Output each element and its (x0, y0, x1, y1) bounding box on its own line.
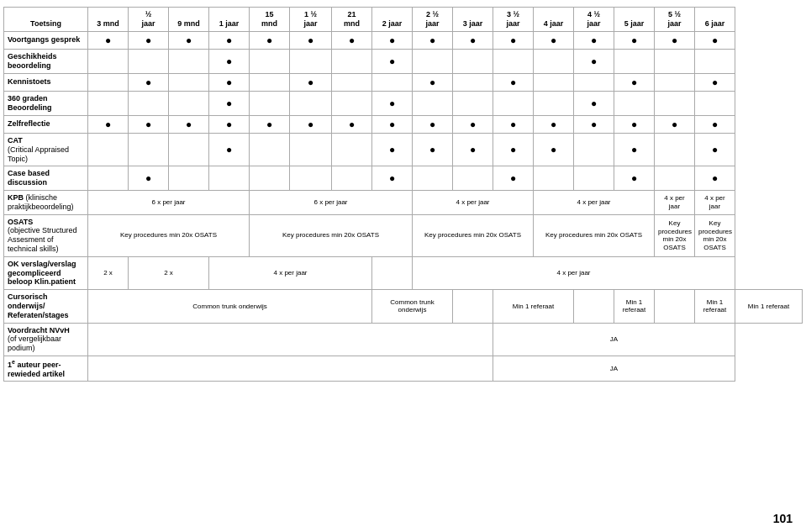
cell (129, 115, 169, 133)
dot-indicator (145, 175, 151, 183)
table-row: Voortgangs gesprek (4, 31, 803, 49)
row-label: Case baseddiscussion (4, 166, 88, 191)
dot-indicator (226, 79, 232, 87)
cell (88, 166, 129, 191)
cell (290, 73, 332, 91)
cell (332, 115, 372, 133)
col-header-9mnd: 9 mnd (169, 8, 209, 32)
cell (655, 166, 695, 191)
cell (655, 73, 695, 91)
table-row: Case baseddiscussion (4, 166, 803, 191)
cell (614, 115, 655, 133)
dot-indicator (266, 121, 272, 129)
cell (209, 49, 250, 73)
cell (453, 133, 493, 166)
dot-indicator (389, 37, 395, 45)
cell (372, 115, 413, 133)
cell (614, 49, 655, 73)
cell (169, 91, 209, 115)
dot-indicator (631, 175, 637, 183)
cell (413, 91, 453, 115)
cell (534, 73, 574, 91)
cell (88, 91, 129, 115)
cell (413, 31, 453, 49)
dot-indicator (429, 146, 435, 155)
cell (695, 115, 735, 133)
cell (574, 73, 614, 91)
cell (534, 115, 574, 133)
cell (493, 31, 534, 49)
table-row: Geschikheidsbeoordeling (4, 49, 803, 73)
col-header-3jaar: 3 jaar (453, 8, 493, 32)
dot-indicator (429, 37, 435, 45)
merged-cell: Key procedures min 20x OSATS (250, 214, 413, 256)
cell (372, 166, 413, 191)
dot-indicator (510, 79, 516, 87)
row-label: 1e auteur peer-rewieded artikel (4, 356, 88, 382)
cell (534, 31, 574, 49)
col-header-6jaar: 6 jaar (695, 8, 735, 32)
cell (332, 166, 372, 191)
row-label: Voordracht NVvH(of vergelijkbaar podium) (4, 323, 88, 356)
dot-indicator (712, 37, 718, 45)
col-header-2half-jaar: 2 ½jaar (413, 8, 453, 32)
col-header-5jaar: 5 jaar (614, 8, 655, 32)
dot-indicator (631, 121, 637, 129)
dot-indicator (470, 146, 476, 155)
dot-indicator (510, 37, 516, 45)
dot-indicator (672, 121, 677, 129)
cell (250, 166, 290, 191)
col-header-5half-jaar: 5 ½jaar (655, 8, 695, 32)
col-header-3mnd: 3 mnd (88, 8, 129, 32)
col-header-21mnd: 21mnd (332, 8, 372, 32)
cell (209, 31, 250, 49)
row-label: OSATS(objective StructuredAssesment of t… (4, 214, 88, 256)
dot-indicator (470, 121, 476, 129)
cell (129, 91, 169, 115)
cell (88, 73, 129, 91)
dot-indicator (389, 175, 395, 183)
cell (332, 91, 372, 115)
cell (493, 91, 534, 115)
cell (169, 133, 209, 166)
col-header-3half-jaar: 3 ½jaar (493, 8, 534, 32)
cell (250, 73, 290, 91)
cell (290, 133, 332, 166)
merged-cell: 6 x per jaar (88, 190, 250, 214)
merged-cell: Key procedures min 20x OSATS (413, 214, 534, 256)
dot-indicator (308, 37, 313, 45)
cell (453, 31, 493, 49)
cell (332, 31, 372, 49)
merged-cell: Key procedures min 20x OSATS (695, 214, 735, 256)
cell (290, 115, 332, 133)
cell (290, 31, 332, 49)
cell (614, 166, 655, 191)
dot-indicator (226, 146, 232, 155)
cell (614, 73, 655, 91)
table-row: 360 gradenBeoordeling (4, 91, 803, 115)
cell (574, 166, 614, 191)
cell (453, 49, 493, 73)
cell (372, 49, 413, 73)
cell (695, 133, 735, 166)
cell (574, 91, 614, 115)
dot-indicator (631, 37, 637, 45)
merged-cell: Min 1 referaat (695, 290, 735, 323)
cell (695, 91, 735, 115)
dot-indicator (389, 100, 395, 108)
row-label: KPB (klinische praktijkbeoordeling) (4, 190, 88, 214)
cell (695, 73, 735, 91)
dot-indicator (712, 175, 718, 183)
merged-cell: Common trunk onderwijs (372, 290, 453, 323)
cell (574, 133, 614, 166)
table-row: OK verslag/verslag gecompliceerd beloop … (4, 256, 803, 289)
cell (655, 133, 695, 166)
dot-indicator (470, 37, 476, 45)
cell (209, 133, 250, 166)
cell (169, 49, 209, 73)
col-header-1half-jaar: 1 ½jaar (290, 8, 332, 32)
table-row: Zelfreflectie (4, 115, 803, 133)
dot-indicator (591, 58, 597, 66)
cell (88, 115, 129, 133)
merged-cell: 2 x (129, 256, 209, 289)
